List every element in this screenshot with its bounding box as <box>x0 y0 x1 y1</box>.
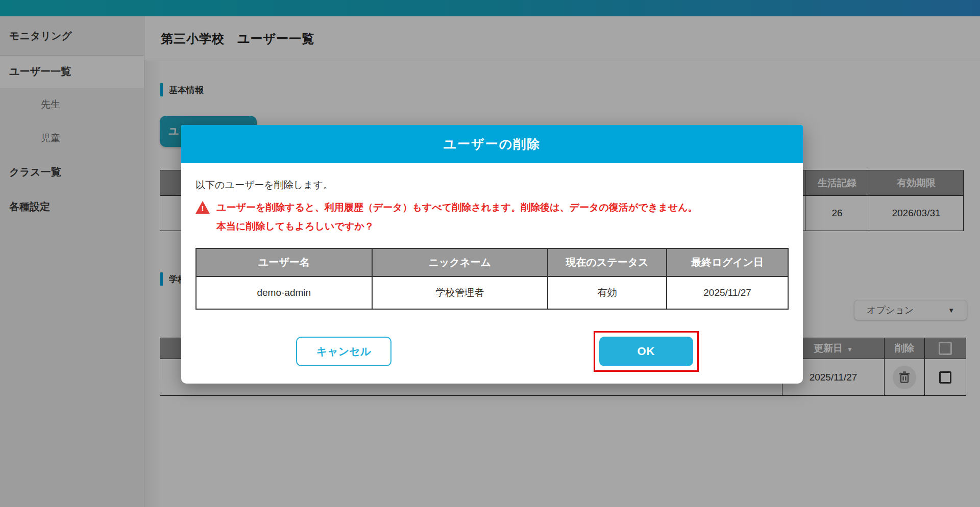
modal-body: 以下のユーザーを削除します。 ! ユーザーを削除すると、利用履歴（データ）もすべ… <box>181 163 803 372</box>
modal-table-cell-username: demo-admin <box>196 276 372 309</box>
modal-user-table: ユーザー名 ニックネーム 現在のステータス 最終ログイン日 demo-admin… <box>195 248 789 310</box>
warning-exclamation: ! <box>202 204 204 214</box>
modal-table-header-row: ユーザー名 ニックネーム 現在のステータス 最終ログイン日 <box>196 248 788 276</box>
cancel-button[interactable]: キャンセル <box>296 337 391 366</box>
modal-table-header-nickname: ニックネーム <box>372 248 548 276</box>
ok-button-focus-outline: OK <box>594 331 699 372</box>
warning-line-2: 本当に削除してもよろしいですか？ <box>216 217 698 236</box>
modal-buttons-row: キャンセル OK <box>195 331 789 372</box>
modal-header: ユーザーの削除 <box>181 125 803 163</box>
delete-user-modal: ユーザーの削除 以下のユーザーを削除します。 ! ユーザーを削除すると、利用履歴… <box>181 125 803 384</box>
modal-table-header-username: ユーザー名 <box>196 248 372 276</box>
modal-table-cell-last-login: 2025/11/27 <box>667 276 788 309</box>
table-row: demo-admin 学校管理者 有効 2025/11/27 <box>196 276 788 309</box>
modal-table-header-last-login: 最終ログイン日 <box>667 248 788 276</box>
modal-table-cell-status: 有効 <box>548 276 667 309</box>
warning-line-1: ユーザーを削除すると、利用履歴（データ）もすべて削除されます。削除後は、データの… <box>216 198 698 217</box>
modal-lead-text: 以下のユーザーを削除します。 <box>195 179 789 192</box>
warning-triangle-icon: ! <box>195 201 210 214</box>
ok-button[interactable]: OK <box>599 337 693 366</box>
modal-title: ユーザーの削除 <box>444 136 541 153</box>
modal-table-cell-nickname: 学校管理者 <box>372 276 548 309</box>
warning-block: ! ユーザーを削除すると、利用履歴（データ）もすべて削除されます。削除後は、デー… <box>195 198 789 236</box>
modal-table-header-status: 現在のステータス <box>548 248 667 276</box>
warning-text: ユーザーを削除すると、利用履歴（データ）もすべて削除されます。削除後は、データの… <box>216 198 698 236</box>
